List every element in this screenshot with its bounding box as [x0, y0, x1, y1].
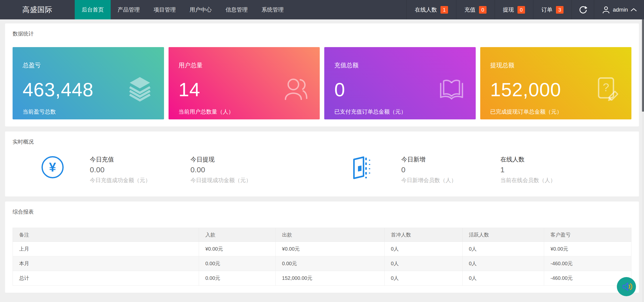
recharge-badge: 0 — [479, 6, 487, 14]
cell: 0人 — [384, 271, 462, 286]
stat-value: 0.00 — [190, 165, 351, 174]
online-count-badge: 1 — [440, 6, 448, 14]
cell: 0人 — [462, 242, 544, 256]
layers-icon — [126, 75, 153, 103]
brand-logo: 高盛国际 — [0, 0, 75, 19]
orders-item[interactable]: 订单 3 — [533, 0, 572, 19]
cell: ¥0.00元 — [544, 242, 631, 256]
card-label: 总盈亏 — [23, 61, 154, 69]
col-header-deposit: 入款 — [199, 228, 276, 242]
table-row-last-month: 上月 ¥0.00元 ¥0.00元 0人 0人 ¥0.00元 — [13, 242, 631, 256]
admin-dropdown[interactable]: admin — [594, 0, 644, 19]
col-header-first-charge: 首冲人数 — [384, 228, 462, 242]
overview-panel: 实时概况 ¥ 今日充值 0.00 今日充值成功金额（元） 今日提现 0.00 今… — [5, 131, 639, 196]
stat-desc: 今日新增会员数（人） — [401, 177, 500, 184]
orders-badge: 3 — [556, 6, 564, 14]
stat-label: 今日提现 — [190, 156, 351, 163]
cell: 0.00元 — [199, 256, 276, 271]
card-total-recharge: 充值总额 0 已支付充值订单总金额（元） — [324, 47, 476, 119]
stat-today-new: 今日新增 0 今日新增会员数（人） — [401, 156, 500, 184]
yuan-circle-icon: ¥ — [42, 156, 64, 178]
stat-desc: 今日充值成功金额（元） — [90, 177, 190, 184]
card-desc: 已完成提现订单总金额（元） — [490, 108, 622, 115]
card-desc: 已支付充值订单总金额（元） — [334, 108, 466, 115]
admin-username: admin — [613, 7, 628, 13]
refresh-icon — [579, 6, 587, 14]
table-header-row: 备注 入款 出款 首冲人数 活跃人数 客户盈亏 — [13, 228, 631, 242]
doc-edit-icon: ? — [594, 75, 621, 103]
card-total-profit: 总盈亏 463,448 当前盈亏总数 — [13, 47, 164, 119]
cell: 总计 — [13, 271, 199, 286]
card-desc: 当前盈亏总数 — [23, 108, 154, 115]
card-label: 用户总量 — [179, 61, 310, 69]
card-total-users: 用户总量 14 当前用户总数量（人） — [169, 47, 320, 119]
chevron-up-icon — [630, 8, 637, 12]
main-nav: 后台首页 产品管理 项目管理 用户中心 信息管理 系统管理 — [75, 0, 291, 19]
card-label: 充值总额 — [334, 61, 466, 69]
table-row-total: 总计 0.00元 152,000.00元 0人 0人 -460.00元 — [13, 271, 631, 286]
recharge-item[interactable]: 充值 0 — [456, 0, 495, 19]
sound-fab-button[interactable] — [617, 277, 636, 296]
col-header-payout: 出款 — [276, 228, 385, 242]
stat-label: 今日充值 — [90, 156, 190, 163]
cell: 0人 — [462, 256, 544, 271]
card-label: 提现总额 — [490, 61, 622, 69]
stat-today-withdraw: 今日提现 0.00 今日提现成功金额（元） — [190, 156, 351, 184]
nav-tab-system[interactable]: 系统管理 — [255, 0, 291, 19]
table-row-this-month: 本月 0.00元 0.00元 0人 0人 -460.00元 — [13, 256, 631, 271]
withdraw-badge: 0 — [517, 6, 525, 14]
users-icon — [282, 75, 309, 103]
stats-panel-title: 数据统计 — [13, 30, 631, 37]
nav-tab-products[interactable]: 产品管理 — [111, 0, 147, 19]
stat-desc: 当前在线会员数（人） — [500, 177, 556, 184]
cell: 0人 — [462, 271, 544, 286]
stat-value: 0 — [401, 165, 500, 174]
stat-label: 今日新增 — [401, 156, 500, 163]
cell: 0.00元 — [199, 271, 276, 286]
cell: ¥0.00元 — [276, 242, 385, 256]
stat-cards-row: 总盈亏 463,448 当前盈亏总数 用户总量 14 当前用户总数量（人） 充值… — [13, 47, 631, 119]
report-panel: 综合报表 备注 入款 出款 首冲人数 活跃人数 客户盈亏 上月 ¥0.00元 ¥… — [5, 202, 639, 293]
refresh-button[interactable] — [572, 0, 594, 19]
card-total-withdraw: 提现总额 152,000 已完成提现订单总金额（元） ? — [480, 47, 632, 119]
stat-desc: 今日提现成功金额（元） — [190, 177, 351, 184]
online-count-item[interactable]: 在线人数 1 — [407, 0, 456, 19]
cell: ¥0.00元 — [199, 242, 276, 256]
cell: 上月 — [13, 242, 199, 256]
stat-label: 在线人数 — [500, 156, 556, 163]
header-right: 在线人数 1 充值 0 提现 0 订单 3 admin — [407, 0, 644, 19]
cell: 0人 — [384, 242, 462, 256]
stat-today-recharge: 今日充值 0.00 今日充值成功金额（元） — [90, 156, 190, 184]
orders-label: 订单 — [541, 6, 552, 14]
col-header-note: 备注 — [13, 228, 199, 242]
top-header: 高盛国际 后台首页 产品管理 项目管理 用户中心 信息管理 系统管理 在线人数 … — [0, 0, 644, 19]
cell: 本月 — [13, 256, 199, 271]
cell: 0.00元 — [276, 256, 385, 271]
nav-tab-home[interactable]: 后台首页 — [75, 0, 111, 19]
cell: -460.00元 — [544, 256, 631, 271]
user-icon — [602, 6, 610, 14]
online-count-label: 在线人数 — [415, 6, 437, 14]
col-header-pnl: 客户盈亏 — [544, 228, 631, 242]
nav-tab-info[interactable]: 信息管理 — [219, 0, 255, 19]
overview-row: ¥ 今日充值 0.00 今日充值成功金额（元） 今日提现 0.00 今日提现成功… — [13, 156, 631, 184]
cell: 152,000.00元 — [276, 271, 385, 286]
overview-panel-title: 实时概况 — [13, 139, 631, 145]
stats-panel: 数据统计 总盈亏 463,448 当前盈亏总数 用户总量 14 当前用户总数量（… — [5, 23, 639, 126]
withdraw-label: 提现 — [503, 6, 514, 14]
recharge-label: 充值 — [464, 6, 475, 14]
cell: 0人 — [384, 256, 462, 271]
report-panel-title: 综合报表 — [13, 209, 631, 215]
withdraw-item[interactable]: 提现 0 — [495, 0, 533, 19]
book-icon — [438, 75, 465, 103]
nav-tab-users[interactable]: 用户中心 — [183, 0, 219, 19]
door-icon — [351, 156, 371, 179]
stat-online-users: 在线人数 1 当前在线会员数（人） — [500, 156, 556, 184]
card-desc: 当前用户总数量（人） — [179, 108, 310, 115]
nav-tab-projects[interactable]: 项目管理 — [147, 0, 183, 19]
scrollbar-thumb[interactable] — [642, 19, 644, 112]
stat-value: 0.00 — [90, 165, 190, 174]
stat-value: 1 — [500, 165, 556, 174]
svg-text:?: ? — [603, 81, 609, 94]
speaker-icon — [619, 280, 633, 294]
